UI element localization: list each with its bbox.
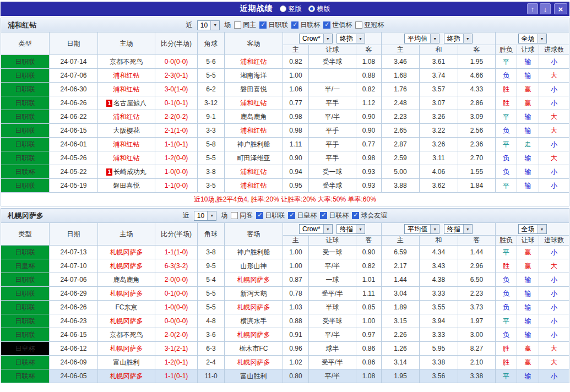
handicap-home-odds-cell: 0.94 — [283, 165, 309, 179]
avg-stage-select[interactable]: 终指▾ — [444, 224, 473, 234]
checkbox-icon[interactable] — [256, 212, 263, 219]
odds-stage-select[interactable]: 终指▾ — [336, 224, 365, 234]
home-team-cell[interactable]: 浦和红钻 — [98, 110, 155, 124]
layout-option-horizontal-label[interactable]: 横版 — [317, 4, 330, 14]
recent-count-select[interactable]: 10▾ — [194, 211, 216, 221]
home-team-cell[interactable]: 磐田喜悦 — [98, 179, 155, 193]
layout-option-vertical[interactable]: 竖版 — [280, 4, 302, 14]
away-team-cell[interactable]: 札幌冈萨多 — [225, 301, 283, 314]
filter-checkbox[interactable]: 同客 — [231, 211, 253, 220]
filter-checkbox[interactable]: 同主 — [234, 20, 256, 30]
avg-home-odds-cell: 2.59 — [382, 151, 420, 165]
away-team-cell[interactable]: 札幌冈萨多 — [225, 328, 283, 342]
away-team-cell[interactable]: 神户胜利船 — [225, 246, 283, 259]
layout-option-vertical-label[interactable]: 竖版 — [289, 4, 302, 14]
home-team-cell[interactable]: 鹿岛鹿角 — [98, 273, 155, 287]
filter-checkbox[interactable]: 世俱杯 — [323, 20, 352, 30]
home-team-cell[interactable]: 大阪樱花 — [98, 124, 155, 138]
date-cell: 24-07-06 — [50, 273, 98, 287]
corner-cell: 3-12 — [198, 96, 225, 110]
away-team-cell[interactable]: 鹿岛鹿角 — [225, 110, 283, 124]
col-header-date: 日期 — [50, 223, 98, 246]
away-team-cell[interactable]: 神户胜利船 — [225, 138, 283, 151]
away-team-cell[interactable]: 札幌冈萨多 — [225, 356, 283, 369]
team-name-text: 札幌冈萨多 — [110, 248, 143, 256]
bookmaker-select[interactable]: Crow*▾ — [299, 224, 333, 234]
away-team-cell[interactable]: 浦和红钻 — [225, 55, 283, 69]
move-up-button[interactable]: ↑ — [527, 3, 538, 14]
home-team-cell[interactable]: 浦和红钻 — [98, 69, 155, 83]
bookmaker-select[interactable]: Crow*▾ — [299, 34, 333, 43]
home-team-cell[interactable]: 浦和红钻 — [98, 83, 155, 96]
avg-home-odds-cell: 3.14 — [382, 356, 420, 369]
recent-count-select[interactable]: 10▾ — [197, 20, 220, 30]
checkbox-icon[interactable] — [259, 21, 267, 29]
home-team-cell[interactable]: 札幌冈萨多 — [98, 259, 155, 273]
home-team-cell[interactable]: 札幌冈萨多 — [98, 246, 155, 259]
handicap-away-odds-cell: 1.00 — [356, 314, 382, 328]
checkbox-icon[interactable] — [291, 21, 298, 29]
match-row: 日职联24-06-30浦和红钻3-0(1-0)6-2磐田喜悦1.06半/一0.8… — [1, 83, 569, 96]
away-team-cell[interactable]: 浦和红钻 — [225, 124, 283, 138]
checkbox-icon[interactable] — [323, 21, 330, 29]
away-team-cell[interactable]: 磐田喜悦 — [225, 83, 283, 96]
away-team-cell[interactable]: 栃木市FC — [225, 342, 283, 356]
date-cell: 24-06-01 — [50, 138, 98, 151]
filter-checkbox[interactable]: 日联杯 — [291, 20, 320, 30]
checkbox-icon[interactable] — [352, 212, 359, 219]
filter-checkbox[interactable]: 日职联 — [259, 20, 288, 30]
home-team-cell[interactable]: 1名古屋鲸八 — [98, 96, 155, 110]
checkbox-icon[interactable] — [355, 21, 362, 29]
away-team-cell[interactable]: 浦和红钻 — [225, 96, 283, 110]
away-team-cell[interactable]: 富山胜利 — [225, 369, 283, 383]
move-down-button[interactable]: ↓ — [540, 3, 551, 14]
filter-checkbox[interactable]: 亚冠杯 — [355, 20, 384, 30]
home-team-cell[interactable]: 札幌冈萨多 — [98, 287, 155, 301]
home-team-cell[interactable]: 札幌冈萨多 — [98, 314, 155, 328]
team-name-text: 富山胜利 — [241, 372, 267, 380]
home-team-cell[interactable]: 札幌冈萨多 — [98, 369, 155, 383]
away-team-cell[interactable]: 横滨水手 — [225, 314, 283, 328]
avg-stage-select[interactable]: 终指▾ — [444, 34, 473, 43]
away-team-cell[interactable]: 山形山神 — [225, 259, 283, 273]
filter-checkbox[interactable]: 日联杯 — [320, 211, 349, 220]
away-team-cell[interactable]: 町田泽维亚 — [225, 151, 283, 165]
checkbox-icon[interactable] — [231, 212, 238, 219]
home-team-cell[interactable]: 京都不死鸟 — [98, 55, 155, 69]
away-team-cell[interactable]: 札幌冈萨多 — [225, 273, 283, 287]
bookmaker-select-value: Crow* — [300, 35, 323, 42]
league-type-cell: 日职联 — [1, 287, 50, 301]
away-team-cell[interactable]: 新泻天鹅 — [225, 287, 283, 301]
layout-option-horizontal[interactable]: 横版 — [308, 4, 330, 14]
fulltime-select[interactable]: 全场▾ — [518, 224, 547, 234]
home-team-cell[interactable]: 札幌冈萨多 — [98, 342, 155, 356]
fulltime-select[interactable]: 全场▾ — [518, 34, 547, 43]
checkbox-icon[interactable] — [320, 212, 327, 219]
away-team-cell[interactable]: 湘南海洋 — [225, 69, 283, 83]
corner-cell: 5-5 — [198, 301, 225, 314]
odds-stage-select[interactable]: 终指▾ — [336, 34, 365, 43]
home-team-cell[interactable]: 京都不死鸟 — [98, 328, 155, 342]
average-select[interactable]: 平均值▾ — [404, 224, 439, 234]
home-team-cell[interactable]: FC东京 — [98, 301, 155, 314]
radio-icon[interactable] — [280, 6, 286, 12]
home-team-cell[interactable]: 浦和红钻 — [98, 151, 155, 165]
filter-checkbox[interactable]: 日皇杯 — [288, 211, 317, 220]
filter-checkbox[interactable]: 日职联 — [256, 211, 285, 220]
away-team-cell[interactable]: 浦和红钻 — [225, 165, 283, 179]
home-team-cell[interactable]: 富山胜利 — [98, 356, 155, 369]
match-row: 日职联24-07-13札幌冈萨多1-1(1-0)3-8神户胜利船1.00受一球0… — [1, 246, 569, 259]
checkbox-icon[interactable] — [288, 212, 295, 219]
radio-icon[interactable] — [308, 6, 315, 12]
titlebar-buttons: ↑ ↓ × — [527, 3, 567, 14]
average-select[interactable]: 平均值▾ — [404, 34, 439, 43]
checkbox-icon[interactable] — [234, 21, 241, 29]
filter-checkbox[interactable]: 球会友谊 — [352, 211, 387, 220]
home-team-cell[interactable]: 浦和红钻 — [98, 138, 155, 151]
avg-away-odds-cell: 4.66 — [458, 69, 496, 83]
home-team-cell[interactable]: 1长崎成功丸 — [98, 165, 155, 179]
score-cell: 2-2(0-2) — [155, 110, 198, 124]
subcol-avg-away: 客 — [458, 236, 496, 246]
close-button[interactable]: × — [554, 3, 567, 14]
away-team-cell[interactable]: 浦和红钻 — [225, 179, 283, 193]
